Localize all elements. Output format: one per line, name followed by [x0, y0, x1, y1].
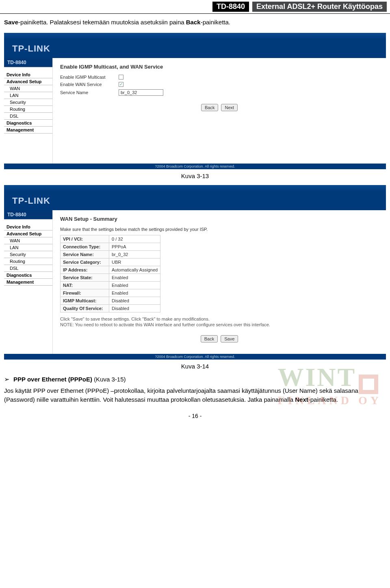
caption-2: Kuva 3-14	[0, 363, 390, 370]
doc-header: TD-8840 External ADSL2+ Router Käyttöopa…	[0, 0, 390, 13]
nav-lan[interactable]: LAN	[4, 92, 52, 99]
nav-security[interactable]: Security	[4, 251, 52, 258]
nav-advanced-setup[interactable]: Advanced Setup	[4, 78, 52, 85]
table-row: Service State:Enabled	[61, 274, 160, 281]
table-row: Connection Type:PPPoA	[61, 243, 160, 250]
table-row: Firewall:Enabled	[61, 289, 160, 297]
caption-1: Kuva 3-13	[0, 172, 390, 179]
nav-device-info[interactable]: Device Info	[4, 71, 52, 78]
service-name-label: Service Name	[60, 90, 113, 95]
divider	[0, 13, 390, 14]
igmp-checkbox[interactable]	[119, 75, 124, 80]
device-model: TD-8840	[4, 210, 52, 220]
nav-management[interactable]: Management	[4, 279, 52, 286]
sidebar: TD-8840 Device Info Advanced Setup WAN L…	[4, 210, 53, 354]
summary-table: VPI / VCI:0 / 32 Connection Type:PPPoA S…	[60, 235, 160, 312]
model-badge: TD-8840	[212, 2, 249, 12]
service-name-input[interactable]: br_0_32	[119, 89, 163, 96]
reboot-note: NOTE: You need to reboot to activate thi…	[60, 322, 379, 327]
table-row: IGMP Multicast:Disabled	[61, 297, 160, 304]
bullet-heading: ➢ PPP over Ethernet (PPPoE) (Kuva 3-15)	[0, 375, 390, 383]
screenshot-2: TP-LINK TD-8840 Device Info Advanced Set…	[4, 185, 386, 360]
table-row: Service Name:br_0_32	[61, 250, 160, 258]
nav-security[interactable]: Security	[4, 99, 52, 106]
table-row: NAT:Enabled	[61, 281, 160, 289]
copyright-footer: ?2004 Broadcom Corporation. All rights r…	[4, 354, 386, 360]
wan-service-checkbox[interactable]: ✓	[119, 82, 124, 87]
doc-title: External ADSL2+ Router Käyttöopas	[252, 2, 387, 12]
nav-advanced-setup[interactable]: Advanced Setup	[4, 230, 52, 237]
summary-title: WAN Setup - Summary	[60, 216, 379, 222]
table-row: IP Address:Automatically Assigned	[61, 266, 160, 274]
nav-diagnostics[interactable]: Diagnostics	[4, 272, 52, 279]
next-button[interactable]: Next	[221, 104, 238, 111]
back-button[interactable]: Back	[201, 335, 218, 342]
table-row: VPI / VCI:0 / 32	[61, 235, 160, 243]
section-title: Enable IGMP Multicast, and WAN Service	[60, 64, 379, 70]
back-button[interactable]: Back	[201, 104, 218, 111]
nav-dsl[interactable]: DSL	[4, 113, 52, 120]
nav-diagnostics[interactable]: Diagnostics	[4, 120, 52, 127]
screenshot-1: TP-LINK TD-8840 Device Info Advanced Set…	[4, 33, 386, 169]
sidebar: TD-8840 Device Info Advanced Setup WAN L…	[4, 58, 53, 164]
copyright-footer: ?2004 Broadcom Corporation. All rights r…	[4, 164, 386, 169]
summary-lead: Make sure that the settings below match …	[60, 227, 379, 232]
nav-wan[interactable]: WAN	[4, 237, 52, 244]
body-paragraph: Jos käytät PPP over Ethernet (PPPoE) –pr…	[0, 386, 390, 405]
device-model: TD-8840	[4, 58, 52, 67]
tplink-logo: TP-LINK	[12, 43, 50, 54]
tplink-logo: TP-LINK	[12, 196, 50, 206]
nav-dsl[interactable]: DSL	[4, 265, 52, 272]
nav-routing[interactable]: Routing	[4, 258, 52, 265]
save-note: Click "Save" to save these settings. Cli…	[60, 317, 379, 321]
igmp-label: Enable IGMP Multicast	[60, 75, 113, 80]
content-pane-1: Enable IGMP Multicast, and WAN Service E…	[53, 58, 386, 164]
nav-lan[interactable]: LAN	[4, 244, 52, 251]
arrow-icon: ➢	[4, 375, 9, 383]
content-pane-2: WAN Setup - Summary Make sure that the s…	[53, 210, 386, 354]
save-button[interactable]: Save	[221, 335, 238, 342]
nav-routing[interactable]: Routing	[4, 106, 52, 113]
nav-management[interactable]: Management	[4, 127, 52, 134]
nav-device-info[interactable]: Device Info	[4, 224, 52, 230]
wan-service-label: Enable WAN Service	[60, 82, 113, 87]
table-row: Quality Of Service:Disabled	[61, 304, 160, 312]
table-row: Service Category:UBR	[61, 258, 160, 266]
nav-wan[interactable]: WAN	[4, 85, 52, 92]
page-number: - 16 -	[0, 405, 390, 423]
intro-paragraph: Save-painiketta. Palataksesi tekemään mu…	[0, 18, 390, 27]
